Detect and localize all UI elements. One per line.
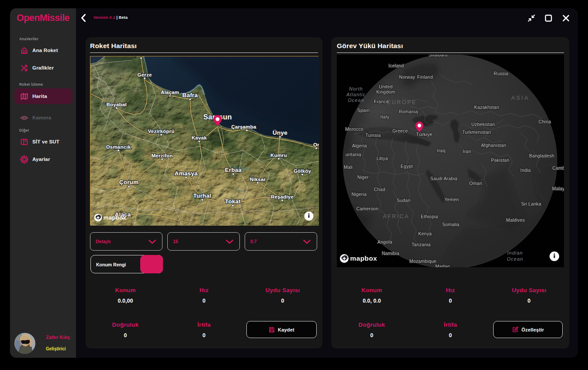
svg-text:Egypt: Egypt: [401, 164, 413, 169]
svg-text:Ocean: Ocean: [507, 256, 523, 262]
svg-text:Uzbekistan: Uzbekistan: [471, 122, 495, 127]
svg-text:Oman: Oman: [469, 181, 482, 186]
svg-text:Tunisia: Tunisia: [366, 133, 381, 138]
svg-text:Amasya: Amasya: [175, 170, 198, 177]
svg-text:Spain: Spain: [357, 108, 370, 113]
svg-text:Greece: Greece: [392, 128, 408, 133]
svg-text:Pakistan: Pakistan: [491, 157, 509, 163]
svg-text:Finland: Finland: [417, 74, 433, 80]
svg-text:Or: Or: [313, 142, 319, 147]
svg-text:Kingdom: Kingdom: [377, 89, 395, 94]
svg-text:United: United: [379, 84, 393, 89]
svg-text:Turkmenistan: Turkmenistan: [462, 129, 491, 135]
svg-text:Türkiye: Türkiye: [416, 132, 432, 137]
svg-text:Russia: Russia: [494, 71, 508, 76]
svg-text:Kenya: Kenya: [419, 231, 432, 236]
svg-text:Gerze: Gerze: [138, 72, 152, 77]
svg-text:Libya: Libya: [377, 156, 388, 161]
svg-text:Morocco: Morocco: [345, 126, 363, 132]
svg-text:Tanzania: Tanzania: [412, 242, 431, 247]
svg-text:Tokat: Tokat: [225, 198, 241, 205]
svg-text:Mozambique: Mozambique: [409, 258, 436, 264]
svg-text:Niksar: Niksar: [250, 177, 266, 182]
svg-text:Bafra: Bafra: [182, 92, 198, 98]
svg-text:Madag: Madag: [435, 264, 450, 267]
svg-text:Iceland: Iceland: [388, 63, 404, 68]
svg-text:Chad: Chad: [374, 187, 385, 192]
svg-text:Sri Lanka: Sri Lanka: [521, 201, 541, 206]
svg-text:Nigeria: Nigeria: [352, 192, 367, 197]
svg-text:mapbox: mapbox: [104, 214, 127, 221]
svg-text:Afghanistan: Afghanistan: [481, 143, 506, 148]
svg-text:Mali: Mali: [344, 164, 353, 170]
svg-text:Ocean: Ocean: [348, 98, 364, 103]
svg-text:Sudan: Sudan: [397, 198, 410, 203]
svg-text:Angola: Angola: [377, 239, 392, 244]
svg-text:AFRICA: AFRICA: [383, 213, 410, 220]
svg-text:mapbox: mapbox: [350, 255, 377, 262]
svg-text:Iraq: Iraq: [437, 148, 446, 153]
svg-text:Çorum: Çorum: [119, 179, 139, 185]
svg-text:China: China: [539, 119, 551, 124]
svg-text:Bangladesh: Bangladesh: [529, 153, 554, 158]
svg-text:Kazakhstan: Kazakhstan: [474, 105, 499, 110]
svg-text:Cambod: Cambod: [553, 165, 564, 171]
svg-text:Vezirköprü: Vezirköprü: [148, 129, 175, 134]
svg-text:Kumru: Kumru: [270, 153, 287, 158]
svg-text:Romania: Romania: [399, 109, 418, 114]
svg-text:Svalbard: Svalbard: [429, 55, 447, 57]
svg-text:Erbaa: Erbaa: [225, 167, 242, 173]
svg-text:Somalia: Somalia: [442, 222, 459, 227]
svg-text:Yemen: Yemen: [444, 197, 459, 202]
svg-text:Kavak: Kavak: [192, 135, 207, 140]
svg-text:Maldives: Maldives: [506, 217, 525, 223]
svg-text:Boyabat: Boyabat: [107, 102, 127, 107]
svg-text:Algeria: Algeria: [352, 143, 367, 148]
svg-text:Merzifon: Merzifon: [152, 153, 173, 158]
svg-text:Namibia: Namibia: [382, 251, 399, 256]
svg-text:France: France: [374, 99, 389, 104]
svg-text:uritania: uritania: [346, 152, 361, 157]
svg-text:Saudi Arabia: Saudi Arabia: [430, 176, 457, 181]
svg-text:Niger: Niger: [357, 175, 369, 180]
svg-text:Ethiopia: Ethiopia: [421, 214, 438, 219]
svg-text:Osmancık: Osmancık: [106, 144, 131, 150]
svg-text:Çarşamba: Çarşamba: [231, 124, 256, 129]
svg-text:Norway: Norway: [399, 74, 415, 80]
svg-text:Iran: Iran: [463, 149, 471, 154]
svg-text:EUROPE: EUROPE: [387, 99, 417, 105]
svg-text:ASIA: ASIA: [511, 94, 529, 101]
svg-text:Indian: Indian: [507, 250, 523, 255]
svg-text:Cameroon: Cameroon: [356, 206, 379, 211]
svg-text:Turhal: Turhal: [193, 192, 211, 199]
svg-text:India: India: [520, 168, 531, 173]
svg-text:Malays: Malays: [552, 186, 564, 191]
svg-text:Italy: Italy: [380, 114, 390, 119]
svg-text:Gölköy: Gölköy: [294, 168, 311, 174]
svg-text:Ünye: Ünye: [273, 129, 287, 136]
svg-text:North: North: [349, 86, 363, 91]
svg-text:Atlantic: Atlantic: [346, 92, 366, 97]
svg-text:Reşadiye: Reşadiye: [271, 194, 294, 199]
svg-text:Alaçam: Alaçam: [161, 90, 179, 95]
